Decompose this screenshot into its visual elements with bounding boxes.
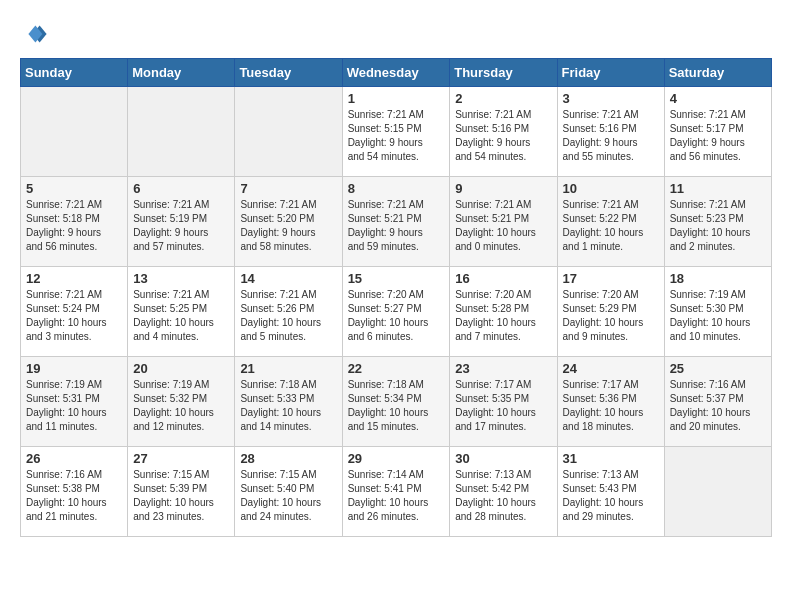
day-cell-8: 8Sunrise: 7:21 AM Sunset: 5:21 PM Daylig… — [342, 177, 450, 267]
day-info: Sunrise: 7:21 AM Sunset: 5:23 PM Dayligh… — [670, 198, 766, 254]
day-info: Sunrise: 7:20 AM Sunset: 5:27 PM Dayligh… — [348, 288, 445, 344]
weekday-header-thursday: Thursday — [450, 59, 557, 87]
day-info: Sunrise: 7:19 AM Sunset: 5:30 PM Dayligh… — [670, 288, 766, 344]
day-number: 21 — [240, 361, 336, 376]
day-cell-24: 24Sunrise: 7:17 AM Sunset: 5:36 PM Dayli… — [557, 357, 664, 447]
day-cell-16: 16Sunrise: 7:20 AM Sunset: 5:28 PM Dayli… — [450, 267, 557, 357]
day-info: Sunrise: 7:19 AM Sunset: 5:31 PM Dayligh… — [26, 378, 122, 434]
day-cell-1: 1Sunrise: 7:21 AM Sunset: 5:15 PM Daylig… — [342, 87, 450, 177]
day-cell-17: 17Sunrise: 7:20 AM Sunset: 5:29 PM Dayli… — [557, 267, 664, 357]
day-number: 11 — [670, 181, 766, 196]
day-number: 30 — [455, 451, 551, 466]
day-number: 8 — [348, 181, 445, 196]
day-info: Sunrise: 7:21 AM Sunset: 5:20 PM Dayligh… — [240, 198, 336, 254]
day-info: Sunrise: 7:18 AM Sunset: 5:34 PM Dayligh… — [348, 378, 445, 434]
day-info: Sunrise: 7:15 AM Sunset: 5:39 PM Dayligh… — [133, 468, 229, 524]
day-info: Sunrise: 7:13 AM Sunset: 5:42 PM Dayligh… — [455, 468, 551, 524]
day-number: 7 — [240, 181, 336, 196]
week-row-4: 26Sunrise: 7:16 AM Sunset: 5:38 PM Dayli… — [21, 447, 772, 537]
day-cell-3: 3Sunrise: 7:21 AM Sunset: 5:16 PM Daylig… — [557, 87, 664, 177]
day-number: 1 — [348, 91, 445, 106]
day-info: Sunrise: 7:19 AM Sunset: 5:32 PM Dayligh… — [133, 378, 229, 434]
day-number: 20 — [133, 361, 229, 376]
day-cell-22: 22Sunrise: 7:18 AM Sunset: 5:34 PM Dayli… — [342, 357, 450, 447]
day-info: Sunrise: 7:21 AM Sunset: 5:15 PM Dayligh… — [348, 108, 445, 164]
day-number: 27 — [133, 451, 229, 466]
day-number: 18 — [670, 271, 766, 286]
day-info: Sunrise: 7:21 AM Sunset: 5:17 PM Dayligh… — [670, 108, 766, 164]
week-row-2: 12Sunrise: 7:21 AM Sunset: 5:24 PM Dayli… — [21, 267, 772, 357]
day-info: Sunrise: 7:13 AM Sunset: 5:43 PM Dayligh… — [563, 468, 659, 524]
day-cell-27: 27Sunrise: 7:15 AM Sunset: 5:39 PM Dayli… — [128, 447, 235, 537]
logo — [20, 20, 54, 48]
day-cell-20: 20Sunrise: 7:19 AM Sunset: 5:32 PM Dayli… — [128, 357, 235, 447]
day-info: Sunrise: 7:21 AM Sunset: 5:21 PM Dayligh… — [348, 198, 445, 254]
day-cell-15: 15Sunrise: 7:20 AM Sunset: 5:27 PM Dayli… — [342, 267, 450, 357]
day-number: 2 — [455, 91, 551, 106]
empty-cell — [21, 87, 128, 177]
day-number: 16 — [455, 271, 551, 286]
day-number: 25 — [670, 361, 766, 376]
weekday-header-monday: Monday — [128, 59, 235, 87]
day-number: 9 — [455, 181, 551, 196]
day-number: 26 — [26, 451, 122, 466]
day-cell-11: 11Sunrise: 7:21 AM Sunset: 5:23 PM Dayli… — [664, 177, 771, 267]
day-number: 12 — [26, 271, 122, 286]
page-header — [20, 20, 772, 48]
day-cell-13: 13Sunrise: 7:21 AM Sunset: 5:25 PM Dayli… — [128, 267, 235, 357]
day-info: Sunrise: 7:14 AM Sunset: 5:41 PM Dayligh… — [348, 468, 445, 524]
day-info: Sunrise: 7:21 AM Sunset: 5:24 PM Dayligh… — [26, 288, 122, 344]
day-info: Sunrise: 7:21 AM Sunset: 5:26 PM Dayligh… — [240, 288, 336, 344]
day-cell-25: 25Sunrise: 7:16 AM Sunset: 5:37 PM Dayli… — [664, 357, 771, 447]
day-cell-4: 4Sunrise: 7:21 AM Sunset: 5:17 PM Daylig… — [664, 87, 771, 177]
day-cell-18: 18Sunrise: 7:19 AM Sunset: 5:30 PM Dayli… — [664, 267, 771, 357]
day-number: 23 — [455, 361, 551, 376]
day-info: Sunrise: 7:20 AM Sunset: 5:29 PM Dayligh… — [563, 288, 659, 344]
logo-icon — [20, 20, 48, 48]
day-info: Sunrise: 7:16 AM Sunset: 5:38 PM Dayligh… — [26, 468, 122, 524]
day-info: Sunrise: 7:17 AM Sunset: 5:36 PM Dayligh… — [563, 378, 659, 434]
calendar-table: SundayMondayTuesdayWednesdayThursdayFrid… — [20, 58, 772, 537]
day-info: Sunrise: 7:21 AM Sunset: 5:21 PM Dayligh… — [455, 198, 551, 254]
day-info: Sunrise: 7:15 AM Sunset: 5:40 PM Dayligh… — [240, 468, 336, 524]
day-cell-12: 12Sunrise: 7:21 AM Sunset: 5:24 PM Dayli… — [21, 267, 128, 357]
day-info: Sunrise: 7:21 AM Sunset: 5:18 PM Dayligh… — [26, 198, 122, 254]
week-row-1: 5Sunrise: 7:21 AM Sunset: 5:18 PM Daylig… — [21, 177, 772, 267]
day-info: Sunrise: 7:18 AM Sunset: 5:33 PM Dayligh… — [240, 378, 336, 434]
day-info: Sunrise: 7:16 AM Sunset: 5:37 PM Dayligh… — [670, 378, 766, 434]
day-cell-2: 2Sunrise: 7:21 AM Sunset: 5:16 PM Daylig… — [450, 87, 557, 177]
day-cell-5: 5Sunrise: 7:21 AM Sunset: 5:18 PM Daylig… — [21, 177, 128, 267]
day-number: 14 — [240, 271, 336, 286]
day-cell-30: 30Sunrise: 7:13 AM Sunset: 5:42 PM Dayli… — [450, 447, 557, 537]
weekday-header-friday: Friday — [557, 59, 664, 87]
day-cell-19: 19Sunrise: 7:19 AM Sunset: 5:31 PM Dayli… — [21, 357, 128, 447]
day-number: 19 — [26, 361, 122, 376]
day-number: 22 — [348, 361, 445, 376]
day-cell-31: 31Sunrise: 7:13 AM Sunset: 5:43 PM Dayli… — [557, 447, 664, 537]
weekday-header-row: SundayMondayTuesdayWednesdayThursdayFrid… — [21, 59, 772, 87]
empty-cell — [128, 87, 235, 177]
day-info: Sunrise: 7:20 AM Sunset: 5:28 PM Dayligh… — [455, 288, 551, 344]
day-number: 4 — [670, 91, 766, 106]
day-info: Sunrise: 7:21 AM Sunset: 5:25 PM Dayligh… — [133, 288, 229, 344]
weekday-header-saturday: Saturday — [664, 59, 771, 87]
week-row-0: 1Sunrise: 7:21 AM Sunset: 5:15 PM Daylig… — [21, 87, 772, 177]
day-cell-28: 28Sunrise: 7:15 AM Sunset: 5:40 PM Dayli… — [235, 447, 342, 537]
week-row-3: 19Sunrise: 7:19 AM Sunset: 5:31 PM Dayli… — [21, 357, 772, 447]
day-info: Sunrise: 7:17 AM Sunset: 5:35 PM Dayligh… — [455, 378, 551, 434]
day-info: Sunrise: 7:21 AM Sunset: 5:22 PM Dayligh… — [563, 198, 659, 254]
day-cell-7: 7Sunrise: 7:21 AM Sunset: 5:20 PM Daylig… — [235, 177, 342, 267]
day-number: 3 — [563, 91, 659, 106]
day-number: 24 — [563, 361, 659, 376]
day-cell-21: 21Sunrise: 7:18 AM Sunset: 5:33 PM Dayli… — [235, 357, 342, 447]
day-cell-14: 14Sunrise: 7:21 AM Sunset: 5:26 PM Dayli… — [235, 267, 342, 357]
empty-cell — [664, 447, 771, 537]
day-number: 29 — [348, 451, 445, 466]
day-cell-29: 29Sunrise: 7:14 AM Sunset: 5:41 PM Dayli… — [342, 447, 450, 537]
weekday-header-wednesday: Wednesday — [342, 59, 450, 87]
day-cell-6: 6Sunrise: 7:21 AM Sunset: 5:19 PM Daylig… — [128, 177, 235, 267]
day-number: 15 — [348, 271, 445, 286]
day-cell-10: 10Sunrise: 7:21 AM Sunset: 5:22 PM Dayli… — [557, 177, 664, 267]
day-info: Sunrise: 7:21 AM Sunset: 5:16 PM Dayligh… — [563, 108, 659, 164]
day-cell-23: 23Sunrise: 7:17 AM Sunset: 5:35 PM Dayli… — [450, 357, 557, 447]
